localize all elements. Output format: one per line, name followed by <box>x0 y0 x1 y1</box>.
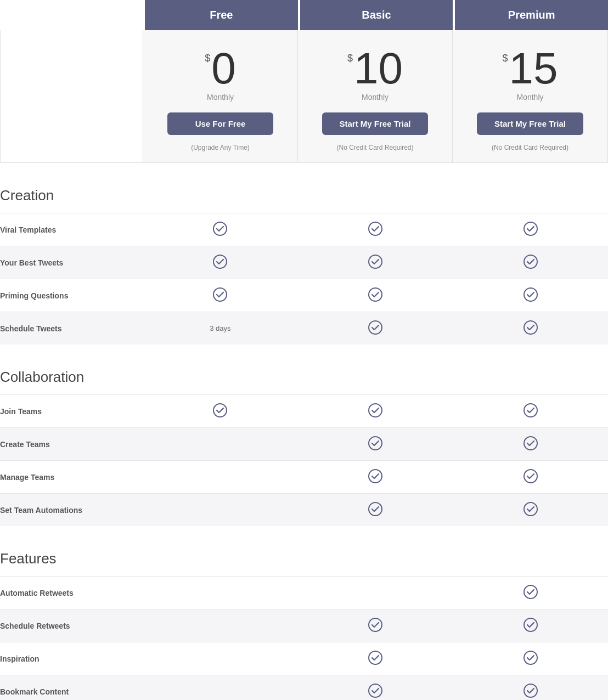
feature-free-cell <box>143 503 298 518</box>
feature-name-label: Schedule Tweets <box>0 315 143 342</box>
table-row: Schedule Retweets <box>0 609 608 642</box>
svg-point-21 <box>369 618 382 631</box>
feature-name-label: Viral Templates <box>0 217 143 243</box>
table-row: Your Best Tweets <box>0 246 608 279</box>
check-icon <box>523 287 538 302</box>
check-icon <box>368 650 383 665</box>
feature-free-cell <box>143 684 298 699</box>
svg-point-25 <box>369 684 382 697</box>
premium-plan-button[interactable]: Start My Free Trial <box>477 112 583 135</box>
svg-point-10 <box>524 321 537 334</box>
feature-free-cell <box>143 618 298 634</box>
svg-point-4 <box>369 255 382 268</box>
feature-premium-cell <box>453 395 608 427</box>
feature-name-label: Join Teams <box>0 398 143 425</box>
check-icon <box>368 221 383 236</box>
feature-name-label: Bookmark Content <box>0 679 143 701</box>
svg-point-16 <box>369 470 382 483</box>
feature-name-label: Priming Questions <box>0 283 143 309</box>
svg-point-0 <box>213 222 227 235</box>
section-heading-0: Creation <box>0 176 608 208</box>
feature-free-cell <box>143 213 298 246</box>
svg-point-2 <box>524 222 537 235</box>
plans-header-row: Free Basic Premium <box>0 0 608 30</box>
feature-free-cell <box>143 395 298 427</box>
svg-point-26 <box>524 684 537 697</box>
plan-header-free: Free <box>145 0 298 30</box>
section-features: FeaturesAutomatic Retweets Schedule Retw… <box>0 526 608 700</box>
svg-point-17 <box>524 470 537 483</box>
feature-basic-cell <box>298 494 453 526</box>
check-icon <box>212 254 228 269</box>
feature-premium-cell <box>453 279 608 312</box>
feature-basic-cell <box>298 428 453 460</box>
price-amount-basic: $ 10 <box>309 47 441 91</box>
svg-point-8 <box>524 288 537 301</box>
price-dollar-basic: $ <box>347 53 353 63</box>
price-number-free: 0 <box>211 47 236 91</box>
svg-point-1 <box>369 222 382 235</box>
basic-plan-button[interactable]: Start My Free Trial <box>322 112 428 135</box>
feature-premium-cell <box>453 428 608 460</box>
svg-point-12 <box>369 404 382 417</box>
svg-point-3 <box>213 255 227 268</box>
price-number-premium: 15 <box>509 47 558 91</box>
svg-point-7 <box>369 288 382 301</box>
feature-free-cell <box>143 651 298 667</box>
table-row: Viral Templates <box>0 213 608 246</box>
section-title-0: Creation <box>0 163 608 213</box>
feature-basic-cell <box>298 395 453 427</box>
table-row: Create Teams <box>0 427 608 460</box>
svg-point-9 <box>369 321 382 334</box>
feature-basic-cell <box>298 609 453 642</box>
check-icon <box>368 501 383 517</box>
plan-header-basic: Basic <box>300 0 453 30</box>
check-icon <box>212 403 228 418</box>
svg-point-19 <box>524 503 537 516</box>
svg-point-24 <box>524 651 537 664</box>
check-icon <box>523 320 538 335</box>
feature-premium-cell <box>453 461 608 493</box>
price-period-free: Monthly <box>154 93 286 101</box>
svg-point-15 <box>524 437 537 450</box>
svg-point-5 <box>524 255 537 268</box>
plan-header-premium: Premium <box>455 0 608 30</box>
svg-point-11 <box>213 404 227 417</box>
feature-name-label: Your Best Tweets <box>0 250 143 276</box>
feature-premium-cell <box>453 675 608 700</box>
svg-point-18 <box>369 503 382 516</box>
feature-premium-cell <box>453 642 608 675</box>
check-icon <box>523 468 538 484</box>
price-dollar-free: $ <box>205 53 210 63</box>
feature-basic-cell <box>298 312 453 345</box>
table-row: Priming Questions <box>0 279 608 312</box>
check-icon <box>368 320 383 335</box>
table-row: Automatic Retweets <box>0 576 608 609</box>
price-dollar-premium: $ <box>503 53 508 63</box>
check-icon <box>368 436 383 451</box>
feature-premium-cell <box>453 609 608 642</box>
feature-name-label: Manage Teams <box>0 464 143 490</box>
table-row: Manage Teams <box>0 460 608 493</box>
free-plan-button[interactable]: Use For Free <box>167 112 273 135</box>
feature-basic-cell <box>298 675 453 700</box>
feature-free-cell <box>143 246 298 279</box>
feature-free-cell <box>143 437 298 452</box>
svg-point-22 <box>524 618 537 631</box>
feature-free-cell <box>143 585 298 601</box>
feature-basic-cell <box>298 585 453 601</box>
table-row: Bookmark Content <box>0 675 608 700</box>
header-empty <box>0 0 143 30</box>
section-title-2: Features <box>0 526 608 576</box>
check-icon <box>368 287 383 302</box>
section-heading-1: Collaboration <box>0 358 608 390</box>
feature-name-label: Automatic Retweets <box>0 580 143 606</box>
price-number-basic: 10 <box>354 47 403 91</box>
feature-basic-cell <box>298 279 453 312</box>
section-creation: CreationViral Templates Your Best Tweets… <box>0 163 608 345</box>
feature-name-label: Set Team Automations <box>0 497 143 523</box>
price-amount-premium: $ 15 <box>464 47 596 91</box>
feature-basic-cell <box>298 213 453 246</box>
check-icon <box>523 436 538 451</box>
basic-plan-note: (No Credit Card Required) <box>309 144 441 151</box>
